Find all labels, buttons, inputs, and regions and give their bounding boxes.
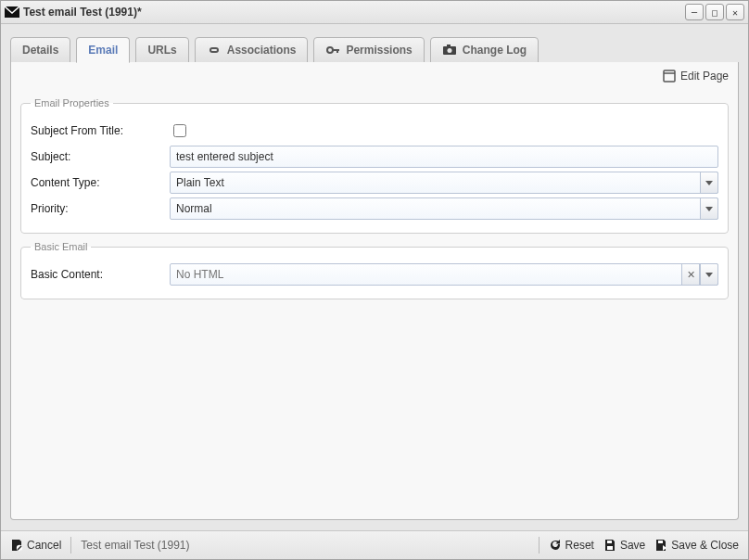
cancel-label: Cancel [27, 539, 61, 552]
title-bar: Test email Test (1991)* ─ □ ✕ [1, 1, 748, 24]
tab-content: Edit Page Email Properties Subject From … [10, 62, 739, 520]
footer-separator [539, 537, 540, 554]
save-close-label: Save & Close [671, 539, 739, 552]
content-type-dropdown-button[interactable] [700, 172, 718, 194]
close-button[interactable]: ✕ [726, 4, 744, 20]
svg-rect-6 [447, 45, 451, 47]
subject-input[interactable] [170, 146, 718, 168]
cancel-icon [10, 539, 23, 552]
basic-content-label: Basic Content: [31, 268, 170, 281]
maximize-button[interactable]: □ [705, 4, 724, 20]
cancel-button[interactable]: Cancel [10, 539, 61, 552]
email-properties-legend: Email Properties [31, 97, 113, 108]
footer-breadcrumb: Test email Test (1991) [81, 539, 189, 552]
svg-rect-13 [658, 541, 663, 543]
subject-from-title-label: Subject From Title: [31, 124, 170, 137]
mail-icon [5, 5, 19, 19]
save-label: Save [620, 539, 645, 552]
subject-from-title-checkbox[interactable] [173, 124, 186, 137]
svg-rect-11 [607, 541, 612, 543]
form-scroll-area: Email Properties Subject From Title: Sub… [11, 90, 738, 519]
key-icon [325, 44, 340, 57]
priority-select[interactable] [170, 197, 718, 220]
reset-label: Reset [565, 539, 594, 552]
priority-label: Priority: [31, 202, 170, 215]
chevron-down-icon [705, 181, 713, 185]
page-icon [662, 70, 677, 83]
tab-details-label: Details [22, 44, 58, 57]
window-root: Test email Test (1991)* ─ □ ✕ Details Em… [0, 0, 749, 560]
camera-icon [442, 44, 457, 57]
link-icon [207, 44, 222, 57]
save-close-button[interactable]: Save & Close [654, 539, 739, 552]
tab-urls[interactable]: URLs [135, 37, 188, 63]
save-close-icon [654, 539, 667, 552]
minimize-button[interactable]: ─ [685, 4, 704, 20]
tab-bar: Details Email URLs Associations Permissi… [1, 24, 748, 63]
tab-details[interactable]: Details [10, 37, 70, 63]
tab-change-log[interactable]: Change Log [430, 37, 539, 63]
chevron-down-icon [705, 207, 713, 211]
tab-associations-label: Associations [227, 44, 297, 57]
content-toolbar: Edit Page [11, 62, 738, 90]
tab-email-label: Email [88, 44, 118, 57]
edit-page-label: Edit Page [680, 70, 729, 83]
basic-content-combo[interactable] [170, 263, 718, 286]
chevron-down-icon [705, 273, 713, 277]
tab-email[interactable]: Email [76, 37, 130, 63]
edit-page-button[interactable]: Edit Page [662, 70, 729, 83]
basic-email-legend: Basic Email [31, 241, 91, 252]
content-type-select[interactable] [170, 172, 718, 194]
refresh-icon [549, 539, 562, 552]
svg-rect-3 [336, 49, 338, 53]
tab-permissions[interactable]: Permissions [313, 37, 424, 63]
footer-separator [70, 537, 71, 554]
window-title: Test email Test (1991)* [23, 6, 142, 19]
tab-permissions-label: Permissions [346, 44, 412, 57]
basic-email-fieldset: Basic Email Basic Content: ✕ [20, 241, 729, 299]
reset-button[interactable]: Reset [549, 539, 594, 552]
content-type-label: Content Type: [31, 176, 170, 189]
basic-content-dropdown-button[interactable] [700, 263, 718, 286]
email-properties-fieldset: Email Properties Subject From Title: Sub… [20, 97, 729, 234]
save-icon [603, 539, 616, 552]
basic-content-clear-button[interactable]: ✕ [681, 263, 700, 286]
svg-rect-7 [664, 70, 675, 82]
svg-point-5 [447, 48, 451, 53]
tab-changelog-label: Change Log [463, 44, 527, 57]
footer-bar: Cancel Test email Test (1991) Reset Save… [1, 530, 748, 559]
tab-urls-label: URLs [147, 44, 176, 57]
svg-rect-12 [607, 546, 613, 550]
save-button[interactable]: Save [603, 539, 645, 552]
tab-associations[interactable]: Associations [195, 37, 309, 63]
subject-label: Subject: [31, 150, 170, 163]
priority-dropdown-button[interactable] [700, 197, 718, 220]
